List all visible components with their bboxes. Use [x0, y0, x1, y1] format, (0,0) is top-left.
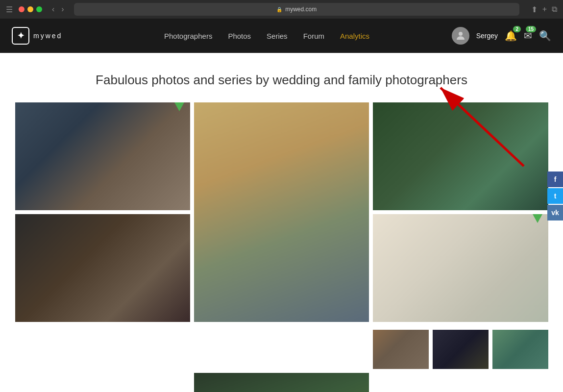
photo-cell-4[interactable] — [15, 214, 190, 322]
social-sidebar: f t vk — [547, 172, 563, 220]
facebook-button[interactable]: f — [547, 172, 563, 187]
navbar: ✦ mywed Photographers Photos Series Foru… — [0, 19, 563, 53]
photo-cell-1[interactable] — [15, 102, 190, 210]
new-tab-icon[interactable]: + — [542, 5, 547, 14]
minimize-btn[interactable] — [27, 6, 33, 12]
bottom-row — [373, 330, 548, 369]
photo-cell-8[interactable] — [433, 330, 489, 369]
browser-chrome: ☰ ‹ › 🔒 mywed.com ⬆ + ⧉ — [0, 0, 563, 19]
maximize-btn[interactable] — [36, 6, 42, 12]
nav-series[interactable]: Series — [267, 32, 288, 40]
photo-cell-9[interactable] — [492, 330, 548, 369]
photo-grid — [7, 102, 556, 377]
photo-cell-3[interactable] — [373, 102, 548, 210]
photo-cell-5[interactable] — [194, 373, 369, 392]
messages-wrapper: ✉ 15 — [524, 30, 532, 42]
logo[interactable]: ✦ mywed — [12, 27, 62, 45]
address-bar[interactable]: 🔒 mywed.com — [74, 3, 519, 16]
nav-photos[interactable]: Photos — [228, 32, 251, 40]
tabs-icon[interactable]: ⧉ — [552, 5, 557, 14]
right-column — [373, 214, 548, 369]
photo-grid-row2 — [7, 373, 556, 392]
back-arrow[interactable]: ‹ — [50, 5, 56, 14]
page-content: Fabulous photos and series by wedding an… — [0, 53, 563, 392]
forward-arrow[interactable]: › — [59, 5, 66, 14]
user-name: Sergey — [476, 32, 498, 40]
notifications-wrapper: 🔔 2 — [505, 30, 517, 42]
close-btn[interactable] — [19, 6, 24, 12]
photo-cell-7[interactable] — [373, 330, 429, 369]
nav-analytics[interactable]: Analytics — [340, 32, 369, 40]
photo-cell-2[interactable] — [194, 102, 369, 322]
page-title: Fabulous photos and series by wedding an… — [0, 53, 563, 102]
twitter-button[interactable]: t — [547, 188, 563, 204]
photo-cell-6[interactable] — [373, 214, 548, 322]
nav-links: Photographers Photos Series Forum Analyt… — [82, 32, 451, 40]
nav-photographers[interactable]: Photographers — [164, 32, 212, 40]
svg-point-0 — [459, 32, 463, 36]
url-text: mywed.com — [285, 6, 317, 13]
lock-icon: 🔒 — [276, 7, 282, 12]
bookmark-icon-1 — [174, 102, 184, 111]
share-icon[interactable]: ⬆ — [531, 5, 538, 14]
vk-button[interactable]: vk — [547, 205, 563, 220]
notification-badge: 2 — [513, 26, 521, 32]
search-icon[interactable]: 🔍 — [539, 30, 551, 42]
bookmark-icon-6 — [533, 214, 542, 223]
user-avatar[interactable] — [452, 27, 469, 45]
logo-icon: ✦ — [12, 27, 29, 45]
nav-forum[interactable]: Forum — [303, 32, 324, 40]
message-badge: 15 — [526, 26, 536, 32]
sidebar-toggle-btn[interactable]: ☰ — [6, 5, 13, 14]
logo-text: mywed — [33, 32, 62, 40]
nav-right: Sergey 🔔 2 ✉ 15 🔍 — [452, 27, 551, 45]
